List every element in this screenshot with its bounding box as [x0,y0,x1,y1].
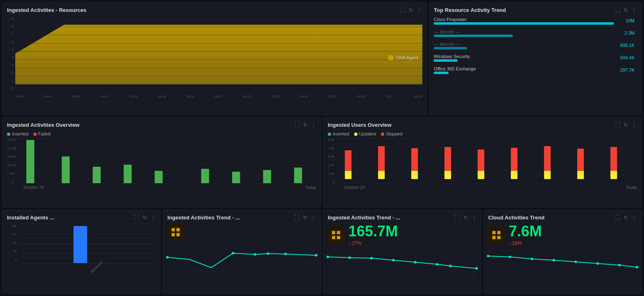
resources-chart-svg: 09:44 09:45 09:46 09:47 09:48 09:49 09:5… [15,16,422,99]
more-icon[interactable]: ⋮ [417,7,422,13]
svg-rect-71 [337,236,340,239]
svg-rect-54 [73,226,87,263]
activities-overview-title: Ingested Activities Overview [7,122,80,128]
svg-rect-17 [62,156,70,183]
activities-overview-actions: ⛶ ↻ ⋮ [294,122,316,128]
svg-rect-41 [511,148,517,171]
refresh-icon-4[interactable]: ↻ [624,122,628,128]
svg-point-65 [284,253,287,255]
svg-rect-70 [332,236,335,239]
resource-name-0: Cisco Firepower [434,17,466,22]
top-resource-trend-title: Top Resource Activity Trend [434,7,506,13]
svg-rect-44 [544,171,551,179]
resources-card-actions: ⛶ ↻ ⋮ [400,7,422,13]
more-icon-8[interactable]: ⋮ [632,214,637,221]
ingested-trend-1-card: Ingested Activities Trend - ... ⛶ ↻ ⋮ [163,210,321,294]
users-overview-legend: Inserted Updated Skipped [328,131,637,136]
activities-y-labels: 39.3M 31.5M 23.6M 15.7M 7.9M 0 [7,138,15,191]
users-y-labels: 9.4K 7.5K 5.6K 3.8K 1.9K 0 [328,138,336,191]
svg-rect-47 [611,147,617,171]
svg-point-66 [315,254,317,256]
svg-rect-67 [330,229,342,241]
resource-value-3: 504.4K [620,55,635,60]
installed-agents-title: Installed Agents ... [7,214,54,221]
refresh-icon-6[interactable]: ↻ [303,214,308,221]
cloud-actions: ⛶ ↻ ⋮ [615,214,637,221]
svg-rect-19 [124,165,132,183]
users-x-labels: October 29 Today [344,185,637,190]
svg-point-94 [636,266,638,268]
svg-point-78 [436,263,438,266]
more-icon-4[interactable]: ⋮ [632,122,637,128]
refresh-icon-3[interactable]: ↻ [303,122,308,128]
expand-icon-8[interactable]: ⛶ [615,214,620,221]
svg-rect-16 [26,140,34,183]
svg-rect-55 [170,226,181,238]
resource-item-4: Office 365 Exchange 297.7K [434,66,635,74]
gra-legend-label: GRA Agent [396,55,418,60]
svg-point-79 [449,265,451,267]
expand-icon-6[interactable]: ⛶ [294,214,300,221]
users-bar-chart: October 29 Today [336,138,637,191]
resources-x-labels: 09:44 09:45 09:46 09:47 09:48 09:49 09:5… [15,95,422,98]
trend1-title: Ingested Activities Trend - ... [167,214,240,221]
expand-icon-7[interactable]: ⛶ [455,214,460,221]
installed-agents-actions: ⛶ ↻ ⋮ [134,214,156,221]
trend2-chart [328,249,477,277]
refresh-icon[interactable]: ↻ [409,7,414,13]
activities-x-labels: October 29 Today [24,185,316,190]
expand-icon[interactable]: ⛶ [400,7,406,13]
cloud-values: 7.6M ↓ 18% [509,224,542,246]
svg-rect-22 [232,172,240,183]
agents-chart: 160 120 80 40 0 [7,224,156,273]
svg-point-91 [574,261,577,263]
svg-point-61 [166,256,169,259]
resource-name-4: Office 365 Exchange [434,66,476,71]
svg-point-89 [531,258,533,260]
resource-item-0: Cisco Firepower 10M [434,16,635,25]
svg-rect-58 [172,233,175,236]
trend2-change: ↓ 27% [348,240,398,246]
refresh-icon-8[interactable]: ↻ [624,214,628,221]
resource-name-3: Windows Security [434,54,470,59]
svg-rect-32 [345,171,351,179]
resource-name-2: — blurred — [434,42,459,47]
refresh-icon-2[interactable]: ↻ [624,7,628,13]
more-icon-7[interactable]: ⋮ [471,214,477,221]
svg-rect-42 [511,171,517,179]
installed-agents-card: Installed Agents ... ⛶ ↻ ⋮ 160 120 80 40… [2,210,160,294]
expand-icon-4[interactable]: ⛶ [615,122,620,128]
more-icon-3[interactable]: ⋮ [311,122,316,128]
cloud-change: ↓ 18% [509,240,542,246]
more-icon-6[interactable]: ⋮ [311,214,316,221]
svg-point-93 [618,264,620,266]
agents-y-labels: 160 120 80 40 0 [7,224,19,269]
svg-rect-23 [263,170,271,183]
expand-icon-2[interactable]: ⛶ [615,7,620,13]
svg-rect-69 [337,231,340,234]
svg-rect-85 [497,236,501,239]
refresh-icon-7[interactable]: ↻ [463,214,468,221]
expand-icon-5[interactable]: ⛶ [134,214,139,221]
resource-value-2: 608.1K [620,43,635,48]
svg-rect-43 [544,146,551,171]
svg-rect-57 [176,228,180,231]
trend2-values: 165.7M ↓ 27% [348,224,398,246]
svg-rect-59 [176,233,180,236]
resource-value-4: 297.7K [620,68,635,72]
more-icon-2[interactable]: ⋮ [632,7,637,13]
svg-rect-68 [332,231,335,234]
expand-icon-3[interactable]: ⛶ [294,122,300,128]
svg-rect-33 [378,146,385,171]
svg-rect-46 [577,171,584,179]
ingested-activities-overview-card: Ingested Activities Overview ⛶ ↻ ⋮ Inser… [2,117,321,207]
svg-rect-37 [444,147,451,171]
trend2-actions: ⛶ ↻ ⋮ [455,214,477,221]
refresh-icon-5[interactable]: ↻ [143,214,147,221]
resource-list: Cisco Firepower 10M — blurred — 2.3M [434,16,637,78]
svg-rect-40 [478,171,484,179]
svg-rect-38 [444,171,451,179]
activities-overview-legend: Inserted Failed [7,131,316,136]
svg-point-74 [348,256,351,259]
more-icon-5[interactable]: ⋮ [150,214,156,221]
